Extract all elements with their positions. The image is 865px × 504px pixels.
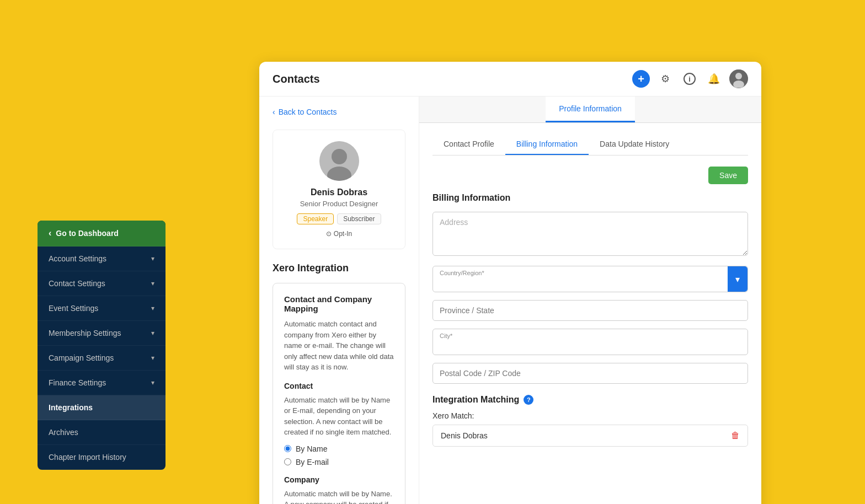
sidebar-item-event-settings[interactable]: Event Settings ▾	[38, 296, 165, 321]
city-label: City*	[440, 333, 741, 339]
sidebar-item-label: Campaign Settings	[49, 353, 114, 362]
postal-input[interactable]	[432, 363, 748, 384]
contact-sub-title: Contact	[284, 382, 394, 390]
integration-matching-label: Integration Matching	[432, 395, 519, 405]
province-input[interactable]	[432, 300, 748, 321]
sidebar-item-label: Event Settings	[49, 304, 98, 313]
avatar-icon	[729, 69, 748, 88]
xero-box-title: Contact and Company Mapping	[284, 294, 394, 313]
sub-tabs: Contact Profile Billing Information Data…	[432, 134, 748, 156]
sidebar-item-go-to-dashboard[interactable]: ‹ Go to Dashboard	[38, 221, 165, 246]
bell-icon: 🔔	[708, 73, 720, 85]
help-icon[interactable]: ?	[524, 395, 533, 405]
sidebar-item-archives[interactable]: Archives	[38, 420, 165, 445]
save-button-row: Save	[432, 167, 748, 184]
radio-by-email-input[interactable]	[284, 458, 291, 465]
sub-tab-data-update-history[interactable]: Data Update History	[589, 134, 680, 155]
address-group	[432, 212, 748, 258]
top-header: Contacts + ⚙ i 🔔	[259, 62, 761, 96]
country-field-wrapper: Country/Region* Slovenia ▾	[432, 266, 748, 292]
svg-point-1	[735, 73, 742, 79]
sidebar-item-contact-settings[interactable]: Contact Settings ▾	[38, 271, 165, 296]
radio-by-email-label: By E-mail	[296, 458, 329, 467]
chevron-down-icon: ▾	[735, 274, 740, 285]
xero-match-name: Denis Dobras	[441, 431, 488, 440]
opt-in-label: Opt-In	[334, 230, 352, 238]
sidebar-item-campaign-settings[interactable]: Campaign Settings ▾	[38, 346, 165, 371]
info-button[interactable]: i	[681, 70, 698, 88]
sidebar-item-label: Contact Settings	[49, 279, 105, 288]
opt-in-icon: ⊙	[326, 230, 332, 238]
bell-button[interactable]: 🔔	[705, 70, 723, 88]
radio-by-name-label: By Name	[296, 444, 328, 453]
chevron-down-icon: ▾	[151, 304, 154, 312]
chevron-down-icon: ▾	[151, 280, 154, 287]
xero-match-item: Denis Dobras 🗑	[432, 425, 748, 447]
sidebar-item-label: Account Settings	[49, 254, 106, 263]
integration-matching-title: Integration Matching ?	[432, 395, 748, 405]
tab-profile-information[interactable]: Profile Information	[546, 96, 635, 122]
radio-by-email[interactable]: By E-mail	[284, 458, 394, 467]
delete-xero-match-button[interactable]: 🗑	[731, 431, 740, 441]
contact-card: Denis Dobras Senior Product Designer Spe…	[273, 130, 405, 249]
sidebar-item-chapter-import-history[interactable]: Chapter Import History	[38, 445, 165, 470]
sidebar-item-finance-settings[interactable]: Finance Settings ▾	[38, 371, 165, 395]
page-title: Contacts	[273, 73, 320, 85]
country-dropdown-button[interactable]: ▾	[728, 266, 747, 292]
badge-row: Speaker Subscriber	[297, 213, 381, 224]
city-group: City* Ljubljana	[432, 329, 748, 355]
sidebar-item-integrations[interactable]: Integrations	[38, 395, 165, 420]
tab-empty-2[interactable]	[635, 96, 761, 122]
user-avatar-button[interactable]	[729, 69, 748, 88]
country-input[interactable]: Slovenia	[440, 278, 721, 287]
radio-by-name-input[interactable]	[284, 445, 291, 452]
main-tabs: Profile Information	[419, 96, 761, 123]
country-label: Country/Region*	[440, 270, 721, 276]
sidebar-item-label: Chapter Import History	[49, 453, 126, 462]
radio-by-name[interactable]: By Name	[284, 444, 394, 453]
card-body: ‹ Back to Contacts Denis Dobras Senior P…	[259, 96, 761, 504]
contact-name: Denis Dobras	[311, 187, 367, 197]
chevron-down-icon: ▾	[151, 354, 154, 362]
xero-integration-box: Contact and Company Mapping Automatic ma…	[273, 283, 405, 504]
chevron-down-icon: ▾	[151, 379, 154, 387]
sub-tab-contact-profile[interactable]: Contact Profile	[432, 134, 505, 155]
sidebar-item-label: Finance Settings	[49, 378, 106, 387]
chevron-left-icon: ‹	[49, 228, 51, 238]
settings-button[interactable]: ⚙	[656, 70, 674, 88]
speaker-badge: Speaker	[297, 213, 334, 224]
sidebar: ‹ Go to Dashboard Account Settings ▾ Con…	[38, 221, 165, 470]
address-input[interactable]	[432, 212, 748, 256]
contact-role: Senior Product Designer	[300, 200, 378, 208]
tab-empty-1[interactable]	[419, 96, 546, 122]
back-to-contacts-link[interactable]: ‹ Back to Contacts	[273, 108, 405, 116]
subscriber-badge: Subscriber	[337, 213, 381, 224]
company-sub-title: Company	[284, 475, 394, 484]
company-sub-description: Automatic match will be by Name. A new c…	[284, 489, 394, 505]
xero-match-label: Xero Match:	[432, 411, 748, 420]
city-input[interactable]: Ljubljana	[440, 341, 741, 350]
save-button[interactable]: Save	[708, 167, 748, 184]
back-link-text: Back to Contacts	[279, 108, 337, 116]
billing-section-title: Billing Information	[432, 193, 748, 203]
postal-group	[432, 363, 748, 384]
sidebar-item-label: Archives	[49, 428, 78, 437]
contact-radio-group: By Name By E-mail	[284, 444, 394, 467]
contact-avatar	[319, 141, 359, 181]
add-button[interactable]: +	[632, 70, 650, 88]
xero-box-description: Automatic match contact and company from…	[284, 319, 394, 373]
sidebar-item-account-settings[interactable]: Account Settings ▾	[38, 246, 165, 271]
chevron-down-icon: ▾	[151, 329, 154, 337]
city-field-wrapper: City* Ljubljana	[432, 329, 748, 355]
gear-icon: ⚙	[661, 73, 670, 85]
sidebar-item-membership-settings[interactable]: Membership Settings ▾	[38, 321, 165, 346]
country-group: Country/Region* Slovenia ▾	[432, 266, 748, 292]
info-icon: i	[684, 73, 696, 85]
chevron-down-icon: ▾	[151, 255, 154, 262]
svg-point-4	[332, 149, 347, 164]
sub-tab-billing-information[interactable]: Billing Information	[505, 134, 589, 155]
sidebar-item-label: Integrations	[49, 403, 93, 412]
plus-icon: +	[638, 73, 644, 85]
province-group	[432, 300, 748, 321]
section-title: Xero Integration	[273, 262, 405, 274]
